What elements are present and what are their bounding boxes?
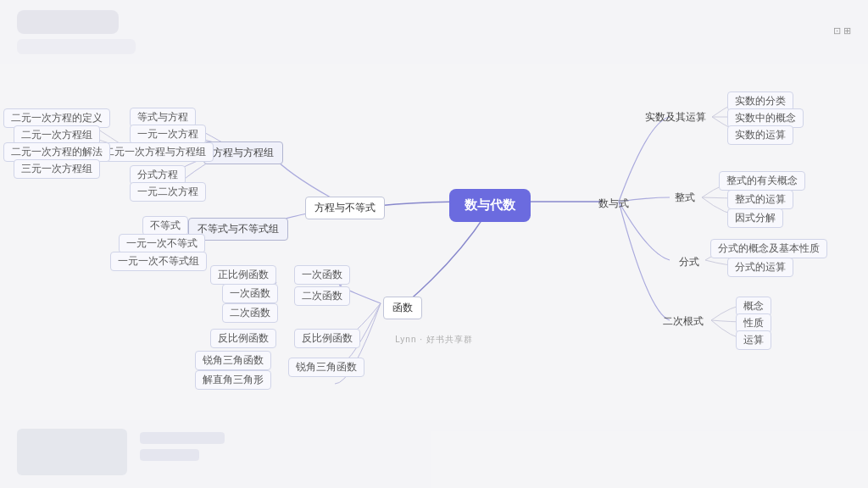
zhenshi-node: 整式 [670, 189, 700, 207]
fangcheng-eq-node[interactable]: 方程与方程组 [203, 141, 283, 164]
bottom-text-2 [140, 449, 199, 461]
hanshu3-node: 二次函数 [222, 303, 278, 323]
hanshu6-node: 解直角三角形 [195, 370, 271, 390]
shuyushi-node[interactable]: 数与式 [593, 195, 634, 213]
hanshu2-node: 一次函数 [222, 284, 278, 303]
hanshu-branch-node[interactable]: 函数 [383, 297, 422, 319]
hanshu4a-node: 锐角三角函数 [288, 358, 364, 377]
fenshi2-node: 分式的运算 [727, 258, 793, 277]
ercigen3-node: 运算 [736, 330, 771, 350]
hanshu1a-node: 一次函数 [294, 265, 350, 285]
ineq2-node: 一元一次不等式 [119, 234, 205, 253]
hanshu3a-node: 反比例函数 [294, 329, 360, 348]
bottom-bar [0, 420, 868, 488]
zhenshi1-node: 整式的有关概念 [719, 171, 805, 191]
top-bar-title [17, 10, 119, 34]
ineq1-node: 不等式 [142, 216, 188, 236]
mindmap-canvas: 数与代数 方程与不等式 数与式 函数 方程与方程组 不等式与不等式组 等式与方程… [0, 64, 868, 420]
fenshi1-node: 分式的概念及基本性质 [710, 239, 827, 258]
hanshu5-node: 锐角三角函数 [195, 351, 271, 370]
hanshu2a-node: 二次函数 [294, 286, 350, 306]
shishu-node: 实数及其运算 [640, 108, 711, 126]
eq2sub4-node: 三元一次方程组 [14, 159, 100, 179]
bottom-thumbnail[interactable] [17, 429, 127, 475]
bottom-text-1 [140, 432, 225, 444]
fenshi-node: 分式 [674, 253, 704, 271]
watermark: Lynn · 好书共享群 [395, 334, 473, 346]
shishu3-node: 实数的运算 [727, 125, 793, 145]
eq3-node: 二元一次方程与方程组 [97, 142, 214, 162]
zhenshi2-node: 整式的运算 [727, 190, 793, 209]
eq2-node: 一元一次方程 [130, 125, 206, 144]
eq5-node: 一元二次方程 [130, 182, 206, 202]
hanshu4-node: 反比例函数 [210, 329, 276, 348]
hanshu1-node: 正比例函数 [210, 265, 276, 285]
center-node[interactable]: 数与代数 [449, 189, 531, 222]
top-right-controls[interactable]: ⊡ ⊞ [833, 25, 851, 36]
ineq3-node: 一元一次不等式组 [110, 252, 207, 271]
zhenshi3-node: 因式分解 [727, 208, 783, 228]
top-bar: ⊡ ⊞ [0, 0, 868, 64]
ercigens-node: 二次根式 [658, 313, 709, 330]
top-bar-subtitle [17, 39, 136, 54]
fangcheng-node[interactable]: 方程与不等式 [305, 197, 385, 219]
